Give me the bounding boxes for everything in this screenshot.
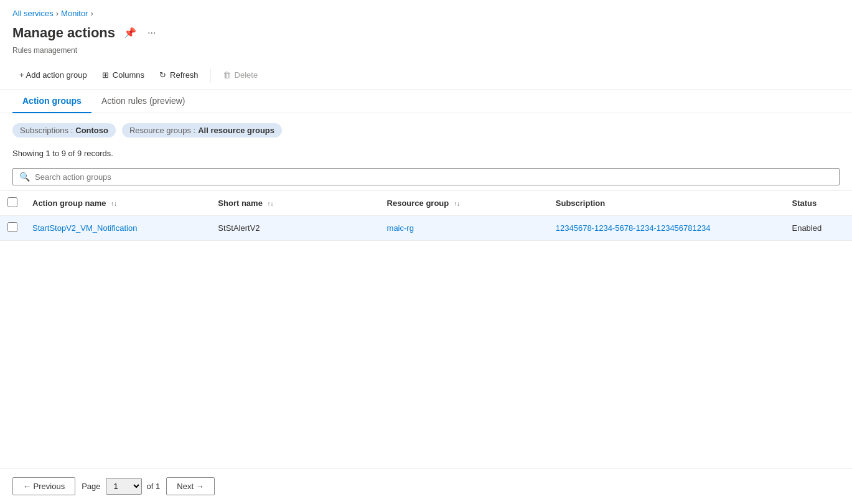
columns-label: Columns	[113, 70, 144, 80]
page-header: Manage actions 📌 ···	[0, 22, 852, 46]
sort-rg-icon: ↑↓	[454, 200, 460, 207]
col-header-status: Status	[784, 191, 852, 216]
col-header-short-name[interactable]: Short name ↑↓	[210, 191, 379, 216]
breadcrumb: All services › Monitor ›	[0, 0, 852, 22]
records-info: Showing 1 to 9 of 9 records.	[0, 144, 852, 163]
row-resource-group-cell: maic-rg	[380, 216, 548, 241]
sort-name-icon: ↑↓	[111, 200, 117, 207]
delete-label: Delete	[235, 70, 258, 80]
pin-icon[interactable]: 📌	[121, 24, 139, 41]
search-icon: 🔍	[19, 172, 30, 182]
breadcrumb-monitor[interactable]: Monitor	[61, 9, 88, 18]
search-input[interactable]	[35, 172, 833, 182]
columns-button[interactable]: ⊞ Columns	[95, 66, 151, 84]
breadcrumb-all-services[interactable]: All services	[12, 9, 54, 18]
row-short-name-cell: StStAlertV2	[210, 216, 379, 241]
action-groups-table: Action group name ↑↓ Short name ↑↓ Resou…	[0, 190, 852, 241]
select-all-header	[0, 191, 25, 216]
columns-icon: ⊞	[102, 70, 109, 80]
sort-short-icon: ↑↓	[267, 200, 273, 207]
refresh-icon: ↻	[159, 70, 166, 80]
delete-button[interactable]: 🗑 Delete	[216, 66, 265, 84]
refresh-button[interactable]: ↻ Refresh	[152, 66, 205, 84]
subscription-filter[interactable]: Subscriptions : Contoso	[12, 123, 116, 138]
select-all-checkbox[interactable]	[7, 197, 17, 207]
col-header-subscription: Subscription	[548, 191, 785, 216]
resource-group-filter-label: Resource groups :	[129, 126, 195, 135]
add-action-group-button[interactable]: + Add action group	[12, 66, 94, 84]
tabs-container: Action groups Action rules (preview)	[0, 90, 852, 113]
more-icon[interactable]: ···	[145, 25, 158, 41]
row-checkbox[interactable]	[7, 222, 17, 232]
page-title: Manage actions	[12, 25, 115, 41]
toolbar: + Add action group ⊞ Columns ↻ Refresh 🗑…	[0, 61, 852, 90]
breadcrumb-sep2: ›	[90, 9, 93, 18]
search-box: 🔍	[12, 168, 840, 185]
subscription-filter-value: Contoso	[75, 126, 108, 135]
tab-action-rules[interactable]: Action rules (preview)	[91, 90, 195, 113]
toolbar-divider	[210, 68, 211, 83]
table-header: Action group name ↑↓ Short name ↑↓ Resou…	[0, 191, 852, 216]
row-checkbox-cell	[0, 216, 25, 241]
col-header-name[interactable]: Action group name ↑↓	[25, 191, 210, 216]
tab-action-groups[interactable]: Action groups	[12, 90, 91, 113]
breadcrumb-sep1: ›	[56, 9, 59, 18]
subscription-link[interactable]: 12345678-1234-5678-1234-123456781234	[556, 223, 711, 233]
resource-group-filter[interactable]: Resource groups : All resource groups	[122, 123, 282, 138]
row-subscription-cell: 12345678-1234-5678-1234-123456781234	[548, 216, 785, 241]
delete-icon: 🗑	[223, 70, 231, 80]
content-area: Subscriptions : Contoso Resource groups …	[0, 113, 852, 278]
row-name-cell: StartStopV2_VM_Notification	[25, 216, 210, 241]
page-subtitle: Rules management	[0, 46, 852, 61]
resource-group-link[interactable]: maic-rg	[387, 223, 414, 233]
table-body: StartStopV2_VM_Notification StStAlertV2 …	[0, 216, 852, 241]
resource-group-filter-value: All resource groups	[198, 126, 274, 135]
filters: Subscriptions : Contoso Resource groups …	[0, 113, 852, 144]
row-status-cell: Enabled	[784, 216, 852, 241]
col-header-resource-group[interactable]: Resource group ↑↓	[380, 191, 548, 216]
table-row: StartStopV2_VM_Notification StStAlertV2 …	[0, 216, 852, 241]
action-group-name-link[interactable]: StartStopV2_VM_Notification	[32, 223, 137, 233]
refresh-label: Refresh	[170, 70, 199, 80]
subscription-filter-label: Subscriptions :	[20, 126, 73, 135]
